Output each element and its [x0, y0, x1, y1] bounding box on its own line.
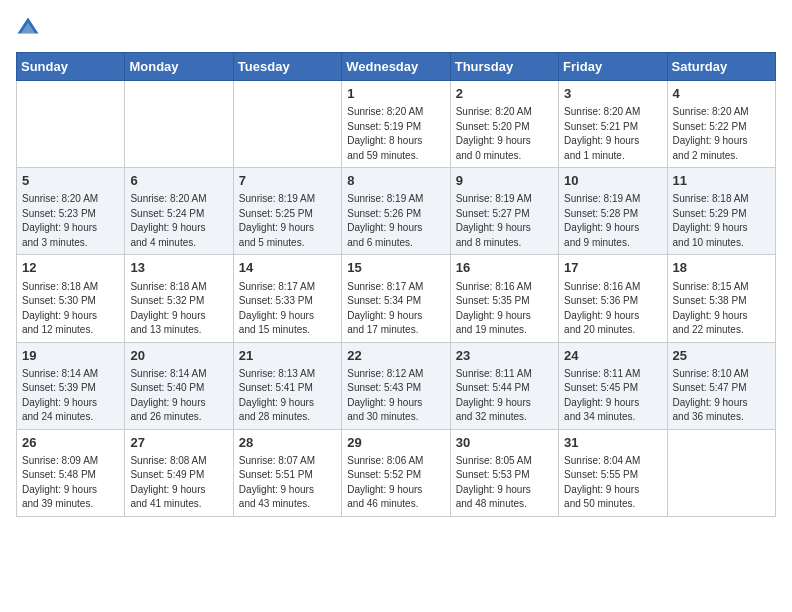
- day-info: Sunrise: 8:16 AM Sunset: 5:35 PM Dayligh…: [456, 280, 553, 338]
- day-number: 23: [456, 347, 553, 365]
- day-number: 17: [564, 259, 661, 277]
- day-number: 22: [347, 347, 444, 365]
- calendar-week-2: 5Sunrise: 8:20 AM Sunset: 5:23 PM Daylig…: [17, 168, 776, 255]
- day-number: 13: [130, 259, 227, 277]
- weekday-sunday: Sunday: [17, 53, 125, 81]
- day-info: Sunrise: 8:20 AM Sunset: 5:21 PM Dayligh…: [564, 105, 661, 163]
- day-number: 11: [673, 172, 770, 190]
- day-number: 1: [347, 85, 444, 103]
- day-number: 4: [673, 85, 770, 103]
- calendar-week-3: 12Sunrise: 8:18 AM Sunset: 5:30 PM Dayli…: [17, 255, 776, 342]
- calendar-cell: 10Sunrise: 8:19 AM Sunset: 5:28 PM Dayli…: [559, 168, 667, 255]
- calendar-cell: 3Sunrise: 8:20 AM Sunset: 5:21 PM Daylig…: [559, 81, 667, 168]
- day-number: 18: [673, 259, 770, 277]
- logo-icon: [16, 16, 40, 40]
- day-info: Sunrise: 8:17 AM Sunset: 5:33 PM Dayligh…: [239, 280, 336, 338]
- day-number: 19: [22, 347, 119, 365]
- calendar-cell: 31Sunrise: 8:04 AM Sunset: 5:55 PM Dayli…: [559, 429, 667, 516]
- day-number: 10: [564, 172, 661, 190]
- calendar-week-1: 1Sunrise: 8:20 AM Sunset: 5:19 PM Daylig…: [17, 81, 776, 168]
- day-info: Sunrise: 8:20 AM Sunset: 5:19 PM Dayligh…: [347, 105, 444, 163]
- weekday-tuesday: Tuesday: [233, 53, 341, 81]
- calendar-cell: 23Sunrise: 8:11 AM Sunset: 5:44 PM Dayli…: [450, 342, 558, 429]
- day-info: Sunrise: 8:11 AM Sunset: 5:44 PM Dayligh…: [456, 367, 553, 425]
- page-header: [16, 16, 776, 40]
- calendar-cell: 19Sunrise: 8:14 AM Sunset: 5:39 PM Dayli…: [17, 342, 125, 429]
- day-info: Sunrise: 8:20 AM Sunset: 5:23 PM Dayligh…: [22, 192, 119, 250]
- day-info: Sunrise: 8:04 AM Sunset: 5:55 PM Dayligh…: [564, 454, 661, 512]
- day-number: 28: [239, 434, 336, 452]
- calendar-cell: [125, 81, 233, 168]
- calendar-body: 1Sunrise: 8:20 AM Sunset: 5:19 PM Daylig…: [17, 81, 776, 517]
- day-info: Sunrise: 8:10 AM Sunset: 5:47 PM Dayligh…: [673, 367, 770, 425]
- calendar-cell: 17Sunrise: 8:16 AM Sunset: 5:36 PM Dayli…: [559, 255, 667, 342]
- day-number: 3: [564, 85, 661, 103]
- weekday-friday: Friday: [559, 53, 667, 81]
- day-number: 5: [22, 172, 119, 190]
- day-info: Sunrise: 8:19 AM Sunset: 5:27 PM Dayligh…: [456, 192, 553, 250]
- day-info: Sunrise: 8:07 AM Sunset: 5:51 PM Dayligh…: [239, 454, 336, 512]
- calendar-cell: 18Sunrise: 8:15 AM Sunset: 5:38 PM Dayli…: [667, 255, 775, 342]
- calendar-cell: 30Sunrise: 8:05 AM Sunset: 5:53 PM Dayli…: [450, 429, 558, 516]
- day-number: 15: [347, 259, 444, 277]
- calendar-week-5: 26Sunrise: 8:09 AM Sunset: 5:48 PM Dayli…: [17, 429, 776, 516]
- day-number: 26: [22, 434, 119, 452]
- day-info: Sunrise: 8:13 AM Sunset: 5:41 PM Dayligh…: [239, 367, 336, 425]
- calendar-cell: 21Sunrise: 8:13 AM Sunset: 5:41 PM Dayli…: [233, 342, 341, 429]
- day-number: 30: [456, 434, 553, 452]
- calendar-cell: [17, 81, 125, 168]
- calendar-cell: 22Sunrise: 8:12 AM Sunset: 5:43 PM Dayli…: [342, 342, 450, 429]
- day-info: Sunrise: 8:08 AM Sunset: 5:49 PM Dayligh…: [130, 454, 227, 512]
- weekday-monday: Monday: [125, 53, 233, 81]
- day-info: Sunrise: 8:18 AM Sunset: 5:29 PM Dayligh…: [673, 192, 770, 250]
- calendar-cell: 27Sunrise: 8:08 AM Sunset: 5:49 PM Dayli…: [125, 429, 233, 516]
- day-info: Sunrise: 8:14 AM Sunset: 5:39 PM Dayligh…: [22, 367, 119, 425]
- calendar-cell: 11Sunrise: 8:18 AM Sunset: 5:29 PM Dayli…: [667, 168, 775, 255]
- day-number: 16: [456, 259, 553, 277]
- day-number: 20: [130, 347, 227, 365]
- day-info: Sunrise: 8:18 AM Sunset: 5:30 PM Dayligh…: [22, 280, 119, 338]
- day-info: Sunrise: 8:19 AM Sunset: 5:26 PM Dayligh…: [347, 192, 444, 250]
- calendar-cell: 28Sunrise: 8:07 AM Sunset: 5:51 PM Dayli…: [233, 429, 341, 516]
- day-info: Sunrise: 8:05 AM Sunset: 5:53 PM Dayligh…: [456, 454, 553, 512]
- calendar-cell: 4Sunrise: 8:20 AM Sunset: 5:22 PM Daylig…: [667, 81, 775, 168]
- calendar-cell: 9Sunrise: 8:19 AM Sunset: 5:27 PM Daylig…: [450, 168, 558, 255]
- day-info: Sunrise: 8:18 AM Sunset: 5:32 PM Dayligh…: [130, 280, 227, 338]
- day-number: 27: [130, 434, 227, 452]
- calendar-cell: 14Sunrise: 8:17 AM Sunset: 5:33 PM Dayli…: [233, 255, 341, 342]
- calendar-cell: 6Sunrise: 8:20 AM Sunset: 5:24 PM Daylig…: [125, 168, 233, 255]
- weekday-saturday: Saturday: [667, 53, 775, 81]
- day-info: Sunrise: 8:20 AM Sunset: 5:20 PM Dayligh…: [456, 105, 553, 163]
- calendar-cell: 13Sunrise: 8:18 AM Sunset: 5:32 PM Dayli…: [125, 255, 233, 342]
- calendar-cell: 7Sunrise: 8:19 AM Sunset: 5:25 PM Daylig…: [233, 168, 341, 255]
- day-number: 14: [239, 259, 336, 277]
- weekday-header-row: SundayMondayTuesdayWednesdayThursdayFrid…: [17, 53, 776, 81]
- day-number: 8: [347, 172, 444, 190]
- calendar-table: SundayMondayTuesdayWednesdayThursdayFrid…: [16, 52, 776, 517]
- day-number: 29: [347, 434, 444, 452]
- day-info: Sunrise: 8:09 AM Sunset: 5:48 PM Dayligh…: [22, 454, 119, 512]
- calendar-cell: 16Sunrise: 8:16 AM Sunset: 5:35 PM Dayli…: [450, 255, 558, 342]
- day-info: Sunrise: 8:20 AM Sunset: 5:22 PM Dayligh…: [673, 105, 770, 163]
- calendar-cell: 1Sunrise: 8:20 AM Sunset: 5:19 PM Daylig…: [342, 81, 450, 168]
- day-info: Sunrise: 8:14 AM Sunset: 5:40 PM Dayligh…: [130, 367, 227, 425]
- calendar-cell: 15Sunrise: 8:17 AM Sunset: 5:34 PM Dayli…: [342, 255, 450, 342]
- day-info: Sunrise: 8:20 AM Sunset: 5:24 PM Dayligh…: [130, 192, 227, 250]
- calendar-cell: 29Sunrise: 8:06 AM Sunset: 5:52 PM Dayli…: [342, 429, 450, 516]
- calendar-cell: [233, 81, 341, 168]
- logo: [16, 16, 44, 40]
- day-number: 7: [239, 172, 336, 190]
- calendar-cell: 26Sunrise: 8:09 AM Sunset: 5:48 PM Dayli…: [17, 429, 125, 516]
- day-info: Sunrise: 8:19 AM Sunset: 5:25 PM Dayligh…: [239, 192, 336, 250]
- day-number: 31: [564, 434, 661, 452]
- day-number: 2: [456, 85, 553, 103]
- weekday-thursday: Thursday: [450, 53, 558, 81]
- day-info: Sunrise: 8:16 AM Sunset: 5:36 PM Dayligh…: [564, 280, 661, 338]
- day-number: 6: [130, 172, 227, 190]
- day-number: 12: [22, 259, 119, 277]
- calendar-week-4: 19Sunrise: 8:14 AM Sunset: 5:39 PM Dayli…: [17, 342, 776, 429]
- day-info: Sunrise: 8:06 AM Sunset: 5:52 PM Dayligh…: [347, 454, 444, 512]
- day-info: Sunrise: 8:12 AM Sunset: 5:43 PM Dayligh…: [347, 367, 444, 425]
- calendar-cell: 8Sunrise: 8:19 AM Sunset: 5:26 PM Daylig…: [342, 168, 450, 255]
- day-number: 24: [564, 347, 661, 365]
